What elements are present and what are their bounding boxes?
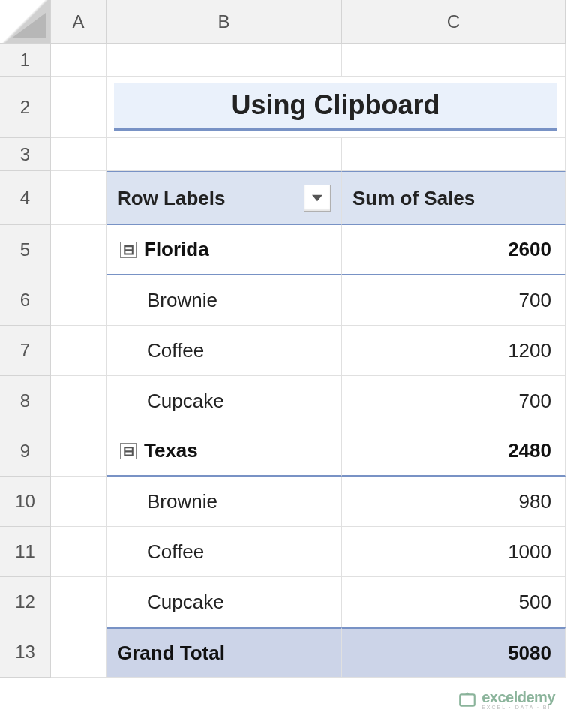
pivot-item-value[interactable]: 1000: [342, 527, 566, 577]
svg-marker-0: [312, 195, 322, 201]
cell-B3[interactable]: [106, 138, 342, 171]
cell-A4[interactable]: [51, 171, 106, 225]
row-header-6[interactable]: 6: [0, 275, 51, 326]
row-labels-filter-button[interactable]: [304, 185, 331, 212]
pivot-header-sum-text: Sum of Sales: [352, 187, 475, 210]
title-cell[interactable]: Using Clipboard: [106, 77, 566, 138]
column-header-B[interactable]: B: [106, 0, 342, 44]
cell-A13[interactable]: [51, 627, 106, 678]
pivot-item[interactable]: Coffee: [106, 326, 342, 376]
group-label: Texas: [144, 439, 198, 462]
pivot-header-row-labels-text: Row Labels: [117, 187, 225, 210]
watermark-tagline: EXCEL · DATA · BI: [482, 705, 555, 710]
cell-A6[interactable]: [51, 275, 106, 326]
pivot-item-value[interactable]: 500: [342, 577, 566, 627]
pivot-item[interactable]: Cupcake: [106, 376, 342, 426]
cell-A1[interactable]: [51, 44, 106, 77]
row-header-3[interactable]: 3: [0, 138, 51, 171]
pivot-item-value[interactable]: 980: [342, 477, 566, 527]
pivot-group-florida-total[interactable]: 2600: [342, 225, 566, 275]
row-header-12[interactable]: 12: [0, 577, 51, 627]
pivot-item[interactable]: Brownie: [106, 275, 342, 326]
row-header-2[interactable]: 2: [0, 77, 51, 138]
pivot-header-sum-of-sales[interactable]: Sum of Sales: [342, 171, 566, 225]
cell-A7[interactable]: [51, 326, 106, 376]
cell-A9[interactable]: [51, 426, 106, 477]
row-header-13[interactable]: 13: [0, 627, 51, 678]
row-header-9[interactable]: 9: [0, 426, 51, 477]
chevron-down-icon: [312, 193, 322, 203]
row-header-1[interactable]: 1: [0, 44, 51, 77]
row-header-7[interactable]: 7: [0, 326, 51, 376]
select-all-corner[interactable]: [0, 0, 51, 44]
row-header-5[interactable]: 5: [0, 225, 51, 275]
pivot-group-texas[interactable]: ⊟ Texas: [106, 426, 342, 477]
cell-A11[interactable]: [51, 527, 106, 577]
svg-rect-1: [460, 694, 475, 705]
column-header-C[interactable]: C: [342, 0, 566, 44]
pivot-grand-total-label[interactable]: Grand Total: [106, 627, 342, 678]
pivot-item[interactable]: Cupcake: [106, 577, 342, 627]
cell-A5[interactable]: [51, 225, 106, 275]
cell-A8[interactable]: [51, 376, 106, 426]
row-header-8[interactable]: 8: [0, 376, 51, 426]
row-header-10[interactable]: 10: [0, 477, 51, 527]
pivot-item[interactable]: Brownie: [106, 477, 342, 527]
cell-A10[interactable]: [51, 477, 106, 527]
pivot-item-value[interactable]: 700: [342, 275, 566, 326]
exceldemy-logo-icon: [458, 690, 477, 710]
row-header-11[interactable]: 11: [0, 527, 51, 577]
group-label: Florida: [144, 238, 209, 261]
watermark-brand: exceldemy: [482, 690, 555, 705]
pivot-group-texas-total[interactable]: 2480: [342, 426, 566, 477]
cell-B1[interactable]: [106, 44, 342, 77]
pivot-grand-total-value[interactable]: 5080: [342, 627, 566, 678]
pivot-header-row-labels[interactable]: Row Labels: [106, 171, 342, 225]
cell-A2[interactable]: [51, 77, 106, 138]
row-header-4[interactable]: 4: [0, 171, 51, 225]
cell-C1[interactable]: [342, 44, 566, 77]
cell-A3[interactable]: [51, 138, 106, 171]
cell-C3[interactable]: [342, 138, 566, 171]
page-title: Using Clipboard: [114, 83, 557, 131]
column-header-A[interactable]: A: [51, 0, 106, 44]
pivot-item-value[interactable]: 1200: [342, 326, 566, 376]
collapse-icon[interactable]: ⊟: [120, 242, 136, 258]
cell-A12[interactable]: [51, 577, 106, 627]
collapse-icon[interactable]: ⊟: [120, 443, 136, 459]
watermark: exceldemy EXCEL · DATA · BI: [458, 690, 555, 710]
pivot-item[interactable]: Coffee: [106, 527, 342, 577]
pivot-group-florida[interactable]: ⊟ Florida: [106, 225, 342, 275]
pivot-item-value[interactable]: 700: [342, 376, 566, 426]
